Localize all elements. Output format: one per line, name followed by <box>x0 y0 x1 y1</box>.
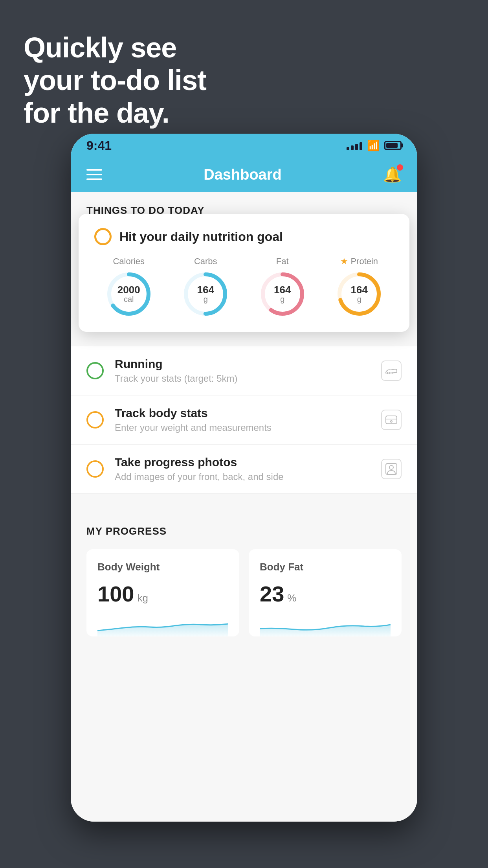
nutrition-calories: Calories 2000 cal <box>94 256 163 318</box>
progress-section: MY PROGRESS Body Weight 100 kg <box>71 509 417 636</box>
card-title: Hit your daily nutrition goal <box>119 230 283 244</box>
body-fat-title: Body Fat <box>260 561 391 573</box>
protein-unit: g <box>351 295 368 304</box>
star-icon: ★ <box>340 256 348 267</box>
todo-body-stats-subtitle: Enter your weight and measurements <box>115 422 370 433</box>
body-weight-chart <box>97 613 228 636</box>
todo-progress-photos[interactable]: Take progress photos Add images of your … <box>71 445 417 494</box>
todo-circle-running <box>86 362 104 379</box>
protein-label: Protein <box>350 256 378 267</box>
todo-body-stats[interactable]: Track body stats Enter your weight and m… <box>71 395 417 445</box>
shoe-icon <box>381 360 402 381</box>
progress-section-title: MY PROGRESS <box>86 525 402 537</box>
person-icon <box>381 459 402 479</box>
nutrition-fat: Fat 164 g <box>248 256 317 318</box>
calories-circle: 2000 cal <box>105 270 152 318</box>
carbs-label: Carbs <box>194 256 217 267</box>
todo-body-stats-title: Track body stats <box>115 406 370 420</box>
nutrition-grid: Calories 2000 cal Carbs <box>94 256 394 318</box>
todo-list: Running Track your stats (target: 5km) T… <box>71 346 417 494</box>
todo-running-title: Running <box>115 357 370 371</box>
scale-icon <box>381 410 402 430</box>
nav-bar: Dashboard 🔔 <box>71 157 417 192</box>
signal-icon <box>347 141 362 150</box>
phone-shell: 9:41 📶 Dashboard 🔔 <box>71 134 417 822</box>
nutrition-card[interactable]: Hit your daily nutrition goal Calories 2… <box>79 214 409 332</box>
body-fat-value: 23 <box>260 581 284 607</box>
status-icons: 📶 <box>347 140 402 152</box>
body-weight-value: 100 <box>97 581 134 607</box>
body-weight-unit: kg <box>137 592 148 604</box>
calories-unit: cal <box>117 295 140 304</box>
carbs-value: 164 <box>197 285 214 295</box>
hamburger-menu[interactable] <box>86 169 102 180</box>
status-time: 9:41 <box>86 138 112 153</box>
card-header: Hit your daily nutrition goal <box>94 228 394 245</box>
fat-label: Fat <box>276 256 289 267</box>
nutrition-protein: ★ Protein 164 g <box>325 256 394 318</box>
wifi-icon: 📶 <box>367 140 380 152</box>
calories-value: 2000 <box>117 285 140 295</box>
battery-icon <box>384 141 402 150</box>
notification-dot <box>397 164 403 171</box>
body-fat-chart <box>260 613 391 636</box>
todo-running[interactable]: Running Track your stats (target: 5km) <box>71 346 417 395</box>
carbs-unit: g <box>197 295 214 304</box>
fat-value: 164 <box>274 285 291 295</box>
headline-line1: Quickly see <box>24 31 206 64</box>
body-fat-unit: % <box>287 592 296 604</box>
fat-circle: 164 g <box>259 270 306 318</box>
nutrition-carbs: Carbs 164 g <box>171 256 240 318</box>
headline: Quickly see your to-do list for the day. <box>24 31 206 129</box>
app-content: THINGS TO DO TODAY Hit your daily nutrit… <box>71 192 417 822</box>
headline-line2: your to-do list <box>24 64 206 97</box>
protein-circle: 164 g <box>336 270 383 318</box>
svg-point-12 <box>389 465 393 469</box>
status-bar: 9:41 📶 <box>71 134 417 157</box>
todo-progress-photos-subtitle: Add images of your front, back, and side <box>115 471 370 482</box>
card-circle-icon <box>94 228 112 245</box>
todo-running-subtitle: Track your stats (target: 5km) <box>115 373 370 384</box>
bell-icon[interactable]: 🔔 <box>383 166 402 183</box>
nav-title: Dashboard <box>204 166 281 183</box>
body-weight-title: Body Weight <box>97 561 228 573</box>
headline-line3: for the day. <box>24 97 206 129</box>
body-fat-card[interactable]: Body Fat 23 % <box>249 549 402 636</box>
todo-circle-body-stats <box>86 411 104 428</box>
protein-value: 164 <box>351 285 368 295</box>
fat-unit: g <box>274 295 291 304</box>
carbs-circle: 164 g <box>182 270 229 318</box>
todo-circle-progress-photos <box>86 460 104 478</box>
body-weight-card[interactable]: Body Weight 100 kg <box>86 549 239 636</box>
todo-progress-photos-title: Take progress photos <box>115 456 370 469</box>
progress-cards: Body Weight 100 kg <box>86 549 402 636</box>
calories-label: Calories <box>113 256 145 267</box>
svg-point-10 <box>391 421 392 422</box>
